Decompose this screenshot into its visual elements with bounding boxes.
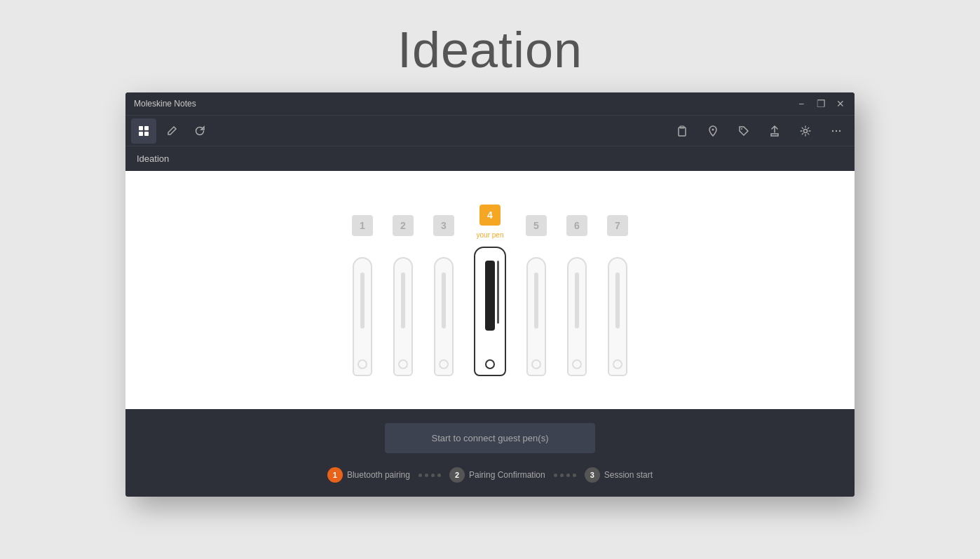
svg-point-10	[836, 130, 837, 131]
svg-point-9	[832, 130, 833, 131]
step-circle-1: 1	[327, 467, 343, 483]
refresh-button[interactable]	[187, 118, 212, 144]
pen-badge-5: 5	[526, 215, 547, 236]
connect-guest-pen-button[interactable]: Start to connect guest pen(s)	[385, 423, 595, 453]
minimize-button[interactable]: −	[796, 98, 807, 109]
step-label-3: Session start	[604, 470, 653, 480]
step-dot	[437, 474, 441, 477]
pen-slot-7: 7	[607, 215, 628, 376]
restore-button[interactable]: ❐	[815, 98, 826, 109]
pen-visual-5	[526, 257, 546, 376]
step-dot	[560, 474, 564, 477]
pen-active-body	[485, 261, 495, 331]
refresh-icon	[194, 125, 205, 137]
pen-visual-2	[393, 257, 413, 376]
pen-slot-5: 5	[526, 215, 547, 376]
pen-slot-6: 6	[566, 215, 587, 376]
svg-point-11	[839, 130, 841, 131]
title-bar-controls: − ❐ ✕	[796, 98, 846, 109]
main-content: 1 2 3	[125, 171, 855, 409]
pen-label-4: your pen	[477, 231, 504, 241]
pen-badge-4: 4	[479, 205, 501, 226]
svg-point-6	[712, 128, 714, 130]
pen-inner-2	[401, 272, 405, 329]
pen-visual-4	[474, 247, 506, 376]
toolbar	[125, 115, 855, 146]
breadcrumb-text: Ideation	[137, 153, 169, 164]
clipboard-icon	[676, 125, 688, 137]
svg-rect-1	[144, 126, 149, 130]
title-bar-left: Moleskine Notes	[134, 99, 196, 109]
step-circle-3: 3	[585, 467, 600, 483]
step-3: 3 Session start	[585, 467, 653, 483]
location-button[interactable]	[700, 118, 726, 144]
pen-inner-7	[615, 272, 620, 329]
step-dot	[566, 474, 570, 477]
title-bar: Moleskine Notes − ❐ ✕	[125, 92, 855, 115]
svg-rect-0	[139, 126, 143, 130]
pen-inner-5	[534, 272, 538, 329]
step-label-2: Pairing Confirmation	[469, 470, 545, 480]
step-1: 1 Bluetooth pairing	[327, 467, 410, 483]
settings-icon	[800, 125, 811, 137]
toolbar-left	[131, 118, 212, 144]
step-dots-1-2	[418, 474, 441, 477]
step-2: 2 Pairing Confirmation	[449, 467, 545, 483]
pen-slot-4: 4 your pen	[474, 205, 506, 376]
steps-row: 1 Bluetooth pairing 2 Pairing Confirmati…	[327, 464, 653, 485]
pen-visual-6	[567, 257, 587, 376]
tag-icon	[738, 125, 749, 137]
step-dot	[425, 474, 428, 477]
pen-badge-2: 2	[393, 215, 414, 236]
app-window: Moleskine Notes − ❐ ✕	[125, 92, 855, 497]
page-wrapper: Ideation Moleskine Notes − ❐ ✕	[0, 0, 980, 559]
svg-rect-3	[144, 132, 149, 136]
pen-visual-7	[608, 257, 627, 376]
grid-icon	[138, 125, 149, 137]
more-icon	[831, 125, 842, 137]
step-dot	[554, 474, 557, 477]
svg-point-7	[741, 128, 742, 130]
pen-visual-3	[434, 257, 454, 376]
location-icon	[707, 125, 719, 137]
step-label-1: Bluetooth pairing	[347, 470, 410, 480]
step-dots-2-3	[554, 474, 576, 477]
pen-slot-3: 3	[433, 215, 454, 376]
grid-view-button[interactable]	[131, 118, 156, 144]
pens-row: 1 2 3	[324, 191, 656, 390]
window-title: Moleskine Notes	[134, 99, 196, 109]
step-dot	[418, 474, 422, 477]
breadcrumb-bar: Ideation	[125, 146, 855, 171]
pen-inner-6	[575, 272, 579, 329]
step-circle-2: 2	[449, 467, 465, 483]
pen-inner-1	[360, 272, 365, 329]
pen-active-clip	[497, 261, 499, 324]
toolbar-right	[669, 118, 849, 144]
pen-slot-1: 1	[352, 215, 373, 376]
pen-active-bottom	[485, 359, 495, 369]
more-button[interactable]	[824, 118, 849, 144]
pen-visual-1	[353, 257, 372, 376]
pen-badge-1: 1	[352, 215, 373, 236]
pen-badge-7: 7	[607, 215, 628, 236]
close-button[interactable]: ✕	[835, 98, 846, 109]
step-dot	[573, 474, 576, 477]
pencil-icon	[166, 125, 177, 137]
clipboard-button[interactable]	[669, 118, 695, 144]
share-button[interactable]	[762, 118, 787, 144]
share-icon	[769, 125, 780, 137]
pen-slot-2: 2	[393, 215, 414, 376]
svg-point-8	[804, 129, 808, 132]
pen-badge-6: 6	[566, 215, 587, 236]
bottom-area: Start to connect guest pen(s) 1 Bluetoot…	[125, 409, 855, 497]
pen-badge-3: 3	[433, 215, 454, 236]
pen-inner-3	[442, 272, 446, 329]
page-title: Ideation	[397, 21, 583, 78]
svg-rect-2	[139, 132, 143, 136]
settings-button[interactable]	[793, 118, 818, 144]
tag-button[interactable]	[731, 118, 756, 144]
svg-rect-4	[679, 127, 686, 136]
step-dot	[431, 474, 435, 477]
pencil-button[interactable]	[159, 118, 184, 144]
